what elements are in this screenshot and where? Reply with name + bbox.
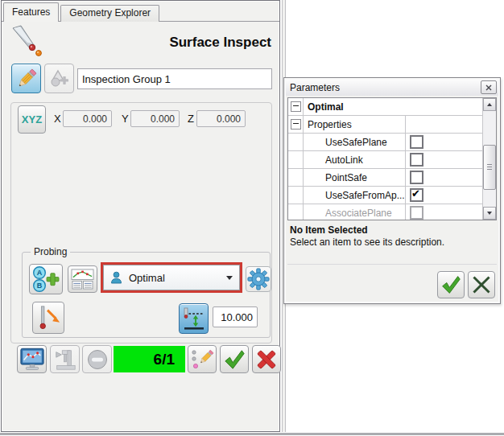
chart-table-icon	[71, 269, 94, 290]
tab-features[interactable]: Features	[3, 2, 59, 22]
strategy-settings-button[interactable]	[246, 266, 271, 292]
param-row-usesafeplane: UseSafePlane	[288, 134, 482, 151]
xyz-button[interactable]: XYZ	[18, 105, 46, 134]
param-row-pointsafe: PointSafe	[288, 169, 482, 187]
red-x-icon	[255, 348, 278, 371]
param-row-autolink: AutoLink	[288, 151, 482, 169]
check-icon	[223, 348, 246, 371]
param-label: AssociatePlane	[304, 208, 405, 219]
probe-depth-button[interactable]	[179, 303, 209, 334]
usesafefromap-checkbox[interactable]	[410, 188, 423, 202]
edit-points-button[interactable]	[188, 345, 217, 373]
scan-preview-button[interactable]	[68, 265, 97, 293]
window-separator	[287, 264, 497, 265]
edit-group-button[interactable]	[11, 64, 41, 93]
param-group-label[interactable]: Optimal	[304, 101, 482, 113]
param-value-cell	[405, 187, 482, 204]
machine-execute-button[interactable]	[50, 345, 80, 373]
param-value-cell	[405, 134, 482, 150]
probing-strategy-dropdown[interactable]: Optimal	[103, 265, 240, 290]
svg-text:B: B	[37, 282, 43, 290]
page-title: Surface Inspect	[169, 35, 271, 51]
param-category-label[interactable]: Properties	[304, 119, 405, 130]
description-title: No Item Selected	[290, 224, 494, 237]
scroll-down-button[interactable]	[483, 207, 496, 220]
row-gutter	[288, 151, 304, 168]
row-gutter	[288, 169, 304, 186]
pointsafe-checkbox[interactable]	[410, 171, 423, 184]
param-value-cell	[405, 116, 482, 133]
parameters-title: Parameters	[290, 82, 340, 93]
parameters-cancel-button[interactable]	[468, 271, 495, 298]
param-row-usesafefromap: UseSafeFromAp...	[288, 187, 482, 204]
gear-icon	[247, 268, 270, 290]
param-label[interactable]: PointSafe	[304, 172, 405, 183]
tab-bar: Features Geometry Explorer	[3, 2, 161, 22]
grid-scrollbar[interactable]	[482, 98, 496, 220]
associateplane-checkbox	[410, 206, 423, 220]
close-button[interactable]	[481, 80, 497, 94]
dark-x-icon	[471, 274, 492, 295]
param-row-properties: Properties	[288, 116, 482, 134]
app-canvas: Features Geometry Explorer Surface Inspe…	[0, 0, 504, 436]
angled-probe-icon	[35, 305, 61, 331]
triangle-down-icon	[487, 212, 492, 217]
parameters-window: Parameters Optimal Properties UseSafePla…	[283, 77, 501, 304]
accept-button[interactable]	[220, 345, 249, 373]
description-text: Select an item to see its description.	[290, 237, 494, 249]
param-label[interactable]: UseSafeFromAp...	[304, 190, 405, 201]
surface-inspect-panel: Features Geometry Explorer Surface Inspe…	[1, 0, 280, 432]
depth-value-input[interactable]	[213, 306, 258, 327]
add-feature-button[interactable]	[44, 64, 74, 93]
probe-angle-button[interactable]	[32, 302, 64, 334]
y-value-field[interactable]	[130, 110, 180, 127]
autolink-checkbox[interactable]	[410, 153, 423, 167]
cmm-machine-icon	[53, 348, 77, 372]
row-gutter	[288, 187, 304, 204]
param-label[interactable]: AutoLink	[304, 154, 405, 166]
close-icon	[485, 84, 492, 91]
window-bottom-edge	[0, 433, 504, 435]
strategy-value: Optimal	[129, 272, 165, 284]
person-icon	[110, 271, 122, 284]
param-label[interactable]: UseSafePlane	[304, 137, 405, 148]
add-probe-points-button[interactable]: A B	[29, 264, 63, 294]
parameters-grid: Optimal Properties UseSafePlane AutoLink	[287, 97, 497, 220]
param-row-associateplane: AssociatePlane	[288, 204, 482, 220]
collapse-optimal-icon[interactable]	[291, 101, 301, 112]
chevron-down-icon	[226, 276, 233, 283]
parameters-accept-button[interactable]	[437, 271, 465, 298]
minus-circle-icon	[86, 348, 109, 371]
row-gutter	[288, 134, 304, 150]
cancel-button[interactable]	[252, 345, 281, 373]
parameters-titlebar[interactable]: Parameters	[286, 80, 498, 96]
monitor-chart-icon	[19, 347, 45, 372]
graph-view-button[interactable]	[17, 345, 47, 373]
param-value-cell	[405, 169, 482, 186]
z-value-field[interactable]	[196, 110, 246, 127]
svg-text:A: A	[37, 269, 43, 277]
triangle-up-icon	[487, 101, 492, 106]
group-name-input[interactable]	[77, 68, 272, 89]
x-label: X	[54, 113, 61, 125]
row-gutter	[288, 98, 304, 115]
add-feature-icon	[48, 68, 70, 89]
param-value-cell	[405, 204, 482, 220]
scrollbar-thumb[interactable]	[483, 145, 496, 190]
description-area: No Item Selected Select an item to see i…	[287, 222, 497, 262]
status-counter: 6/1	[114, 346, 185, 372]
scroll-up-button[interactable]	[483, 98, 496, 111]
stop-button[interactable]	[82, 345, 112, 373]
tab-geometry-explorer[interactable]: Geometry Explorer	[60, 5, 159, 22]
row-gutter	[288, 116, 304, 133]
strategy-highlight-frame: Optimal	[101, 262, 242, 293]
collapse-properties-icon[interactable]	[291, 119, 301, 130]
row-gutter	[288, 204, 304, 220]
check-icon	[440, 274, 461, 295]
ab-plus-icon: A B	[31, 265, 60, 294]
y-label: Y	[122, 113, 129, 125]
probe-stylus-icon	[10, 25, 49, 60]
usesafeplane-checkbox[interactable]	[410, 135, 423, 149]
param-value-cell	[405, 151, 482, 168]
x-value-field[interactable]	[63, 110, 112, 127]
